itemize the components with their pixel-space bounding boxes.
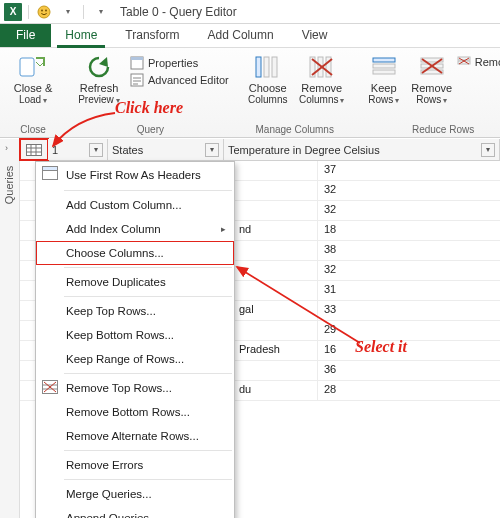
menu-remove-errors[interactable]: Remove Errors (36, 453, 234, 477)
keep-rows-button[interactable]: Keep Rows▾ (361, 50, 407, 106)
filter-dropdown-icon[interactable]: ▾ (481, 143, 495, 157)
properties-button[interactable]: Properties (130, 56, 229, 70)
remove-rows-button[interactable]: Remove Rows▾ (407, 50, 457, 106)
menu-merge-queries-label: Merge Queries... (66, 488, 152, 500)
cell-temperature: 33 (318, 301, 500, 320)
remove-rows-icon (417, 54, 447, 80)
remove-first-label: Remove F (475, 56, 500, 68)
menu-choose-columns[interactable]: Choose Columns... (36, 241, 234, 265)
advanced-editor-button[interactable]: Advanced Editor (130, 73, 229, 87)
cell-temperature: 31 (318, 281, 500, 300)
choose-columns-label-2: Columns (248, 94, 287, 105)
menu-append-queries-label: Append Queries... (66, 512, 159, 518)
cell-temperature: 38 (318, 241, 500, 260)
qat-separator-2 (83, 5, 84, 19)
quick-access-toolbar: X ▾ ▾ Table 0 - Query Editor (0, 0, 500, 24)
remove-columns-label-1: Remove (301, 82, 342, 94)
menu-remove-alternate-rows[interactable]: Remove Alternate Rows... (36, 424, 234, 448)
table-header-icon (42, 166, 58, 182)
column-header-temperature[interactable]: Temperature in Degree Celsius ▾ (224, 139, 500, 160)
cell-state (235, 241, 318, 260)
menu-keep-bottom-rows-label: Keep Bottom Rows... (66, 329, 174, 341)
remove-first-rows-button[interactable]: Remove F (457, 56, 500, 68)
cell-temperature: 28 (318, 381, 500, 400)
menu-choose-columns-label: Choose Columns... (66, 247, 164, 259)
queries-sidebar[interactable]: › Queries (0, 139, 20, 518)
menu-add-custom-column[interactable]: Add Custom Column... (36, 193, 234, 217)
menu-keep-top-rows[interactable]: Keep Top Rows... (36, 299, 234, 323)
query-extra-list: Properties Advanced Editor (126, 50, 229, 87)
menu-first-row-headers-label: Use First Row As Headers (66, 169, 201, 181)
menu-add-custom-column-label: Add Custom Column... (66, 199, 182, 211)
svg-point-1 (41, 9, 43, 11)
choose-columns-button[interactable]: Choose Columns (241, 50, 295, 105)
tab-view[interactable]: View (288, 24, 342, 47)
ribbon: Close & Load▾ Close Refresh Preview▾ Pro… (0, 48, 500, 138)
svg-point-2 (45, 9, 47, 11)
table-context-menu: Use First Row As Headers Add Custom Colu… (35, 161, 235, 518)
tab-add-column[interactable]: Add Column (194, 24, 288, 47)
menu-keep-bottom-rows[interactable]: Keep Bottom Rows... (36, 323, 234, 347)
menu-first-row-headers[interactable]: Use First Row As Headers (36, 162, 234, 188)
sidebar-expand-icon[interactable]: › (5, 143, 8, 153)
svg-rect-5 (131, 57, 143, 60)
cell-temperature: 32 (318, 181, 500, 200)
group-manage-columns: Choose Columns Remove Columns▾ Manage Co… (235, 48, 355, 137)
tab-transform[interactable]: Transform (111, 24, 193, 47)
menu-remove-top-rows[interactable]: Remove Top Rows... (36, 376, 234, 400)
excel-logo: X (4, 3, 22, 21)
column-header-states[interactable]: States ▾ (108, 139, 224, 160)
cell-temperature: 32 (318, 261, 500, 280)
ribbon-tabs: File Home Transform Add Column View (0, 24, 500, 48)
svg-rect-16 (373, 64, 395, 68)
menu-remove-alternate-rows-label: Remove Alternate Rows... (66, 430, 199, 442)
menu-remove-top-rows-label: Remove Top Rows... (66, 382, 172, 394)
filter-dropdown-icon[interactable]: ▾ (89, 143, 103, 157)
remove-columns-button[interactable]: Remove Columns▾ (295, 50, 349, 106)
remove-first-icon (457, 56, 471, 68)
svg-rect-33 (43, 167, 58, 171)
column-header-temperature-label: Temperature in Degree Celsius (228, 144, 380, 156)
menu-add-index-column[interactable]: Add Index Column▸ (36, 217, 234, 241)
refresh-label-2: Preview (78, 94, 114, 105)
header-row: 1 ▾ States ▾ Temperature in Degree Celsi… (20, 139, 500, 161)
cell-temperature: 18 (318, 221, 500, 240)
group-reduce-rows: Keep Rows▾ Remove Rows▾ Remove F Reduce … (355, 48, 500, 137)
refresh-label-1: Refresh (80, 82, 119, 94)
menu-remove-errors-label: Remove Errors (66, 459, 143, 471)
filter-dropdown-icon[interactable]: ▾ (205, 143, 219, 157)
cell-state: nd (235, 221, 318, 240)
group-close: Close & Load▾ Close (0, 48, 66, 137)
svg-rect-9 (272, 57, 277, 77)
close-and-load-button[interactable]: Close & Load▾ (6, 50, 60, 106)
qat-dropdown-icon[interactable]: ▾ (59, 3, 77, 21)
remove-columns-icon (307, 54, 337, 80)
cell-state (235, 181, 318, 200)
svg-rect-3 (20, 58, 34, 76)
menu-remove-duplicates-label: Remove Duplicates (66, 276, 166, 288)
qat-dropdown-icon-2[interactable]: ▾ (92, 3, 110, 21)
close-load-icon (18, 54, 48, 80)
svg-rect-15 (373, 58, 395, 62)
cell-state (235, 321, 318, 340)
refresh-preview-button[interactable]: Refresh Preview▾ (72, 50, 126, 106)
cell-state (235, 201, 318, 220)
table-menu-button[interactable] (20, 139, 48, 160)
column-header-states-label: States (112, 144, 143, 156)
cell-temperature: 37 (318, 161, 500, 180)
cell-temperature: 29 (318, 321, 500, 340)
menu-append-queries[interactable]: Append Queries... (36, 506, 234, 518)
menu-remove-bottom-rows[interactable]: Remove Bottom Rows... (36, 400, 234, 424)
smiley-icon[interactable] (35, 3, 53, 21)
menu-remove-duplicates[interactable]: Remove Duplicates (36, 270, 234, 294)
menu-merge-queries[interactable]: Merge Queries... (36, 482, 234, 506)
group-query-label: Query (72, 124, 229, 137)
menu-keep-range-rows[interactable]: Keep Range of Rows... (36, 347, 234, 371)
column-header-id[interactable]: 1 ▾ (48, 139, 108, 160)
tab-home[interactable]: Home (51, 24, 111, 47)
remove-rows-icon (42, 380, 58, 396)
group-reduce-rows-label: Reduce Rows (361, 124, 500, 137)
tab-file[interactable]: File (0, 24, 51, 47)
menu-remove-bottom-rows-label: Remove Bottom Rows... (66, 406, 190, 418)
svg-rect-27 (26, 144, 41, 155)
